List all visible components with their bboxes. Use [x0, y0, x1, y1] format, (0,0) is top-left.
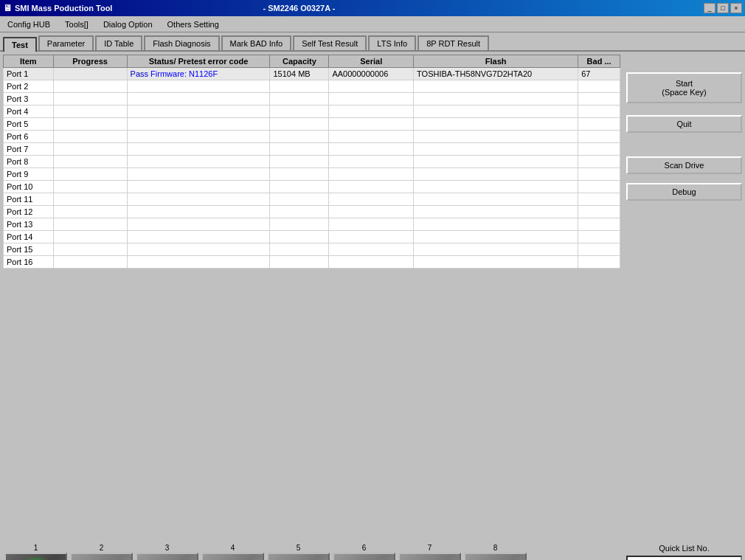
port-cell: 5N: [267, 544, 330, 560]
port-table: Item Progress Status/ Pretest error code…: [3, 55, 620, 269]
start-button[interactable]: Start (Space Key): [626, 72, 742, 103]
port-capacity: [270, 181, 329, 193]
port-flash: [414, 206, 578, 218]
table-row: Port 3: [4, 93, 620, 106]
port-status: [127, 80, 270, 93]
table-row: Port 5: [4, 118, 620, 131]
tab-8p-rdt-result[interactable]: 8P RDT Result: [417, 35, 489, 50]
port-status: [127, 218, 270, 231]
tab-lts-info[interactable]: LTS Info: [368, 35, 416, 50]
port-cell: 4N: [201, 544, 264, 560]
port-bad: [578, 181, 620, 193]
port-name: Port 2: [4, 80, 54, 93]
table-row: Port 1Pass Firmware: N1126F15104 MBAA000…: [4, 68, 620, 80]
minimize-button[interactable]: _: [704, 3, 715, 13]
port-cell: 6N: [333, 544, 395, 560]
port-icon-n[interactable]: N: [398, 553, 461, 560]
port-capacity: [270, 243, 329, 256]
port-name: Port 8: [4, 156, 54, 168]
port-flash: [414, 193, 578, 206]
table-row: Port 9: [4, 168, 620, 181]
table-row: Port 16: [4, 256, 620, 269]
port-progress: [53, 256, 127, 269]
port-serial: [329, 143, 414, 156]
quick-list-input[interactable]: [626, 556, 742, 560]
col-bad: Bad ...: [578, 55, 620, 68]
port-serial: [329, 156, 414, 168]
tab-self-test-result[interactable]: Self Test Result: [293, 35, 367, 50]
port-flash: [414, 143, 578, 156]
port-bad: [578, 106, 620, 118]
port-serial: [329, 181, 414, 193]
port-status: [127, 143, 270, 156]
port-bad: [578, 218, 620, 231]
port-icon-n[interactable]: N: [267, 553, 330, 560]
table-row: Port 7: [4, 143, 620, 156]
tab-test[interactable]: Test: [3, 37, 37, 52]
port-flash: TOSHIBA-TH58NVG7D2HTA20: [414, 68, 578, 80]
port-flash: [414, 93, 578, 106]
port-name: Port 3: [4, 93, 54, 106]
port-capacity: [270, 218, 329, 231]
port-name: Port 5: [4, 118, 54, 131]
port-capacity: [270, 118, 329, 131]
table-row: Port 8: [4, 156, 620, 168]
port-progress: [53, 156, 127, 168]
port-icon-n[interactable]: N: [464, 553, 527, 560]
menu-config-hub[interactable]: Config HUB: [3, 18, 55, 30]
col-capacity: Capacity: [270, 55, 329, 68]
port-bad: [578, 206, 620, 218]
quit-button[interactable]: Quit: [626, 115, 742, 133]
port-flash: [414, 131, 578, 143]
debug-button[interactable]: Debug: [626, 183, 742, 201]
port-status: [127, 131, 270, 143]
table-row: Port 11: [4, 193, 620, 206]
port-progress: [53, 143, 127, 156]
tab-mark-bad-info[interactable]: Mark BAD Info: [221, 35, 292, 50]
tab-id-table[interactable]: ID Table: [95, 35, 142, 50]
port-bad: 67: [578, 68, 620, 80]
port-icon-n[interactable]: N: [333, 553, 395, 560]
port-flash: [414, 80, 578, 93]
tab-parameter[interactable]: Parameter: [38, 35, 94, 50]
port-number: 5: [267, 544, 330, 552]
right-panel: Start (Space Key) Quit Scan Drive Debug: [623, 52, 745, 541]
port-capacity: [270, 106, 329, 118]
table-row: Port 4: [4, 106, 620, 118]
port-icon-n[interactable]: N: [201, 553, 264, 560]
maximize-button[interactable]: □: [717, 3, 729, 13]
port-number: 4: [201, 544, 264, 552]
port-cell: 3N: [136, 544, 198, 560]
port-name: Port 1: [4, 68, 54, 80]
port-serial: [329, 93, 414, 106]
ports-section: 12N3N4N5N6N7N8N 9N10N11N12N13N14N15N16N …: [0, 541, 745, 560]
port-serial: [329, 106, 414, 118]
port-status: [127, 156, 270, 168]
scan-drive-button[interactable]: Scan Drive: [626, 156, 742, 174]
port-name: Port 7: [4, 143, 54, 156]
menu-tools[interactable]: Tools[]: [60, 18, 93, 30]
port-capacity: [270, 143, 329, 156]
port-capacity: [270, 131, 329, 143]
menu-dialog-option[interactable]: Dialog Option: [99, 18, 157, 30]
app-icon: 🖥: [3, 3, 12, 13]
port-flash: [414, 256, 578, 269]
port-icon-circle[interactable]: [4, 553, 67, 560]
port-icon-n[interactable]: N: [70, 553, 133, 560]
port-progress: [53, 193, 127, 206]
port-progress: [53, 181, 127, 193]
tab-flash-diagnosis[interactable]: Flash Diagnosis: [144, 35, 219, 50]
port-name: Port 6: [4, 131, 54, 143]
main-content: Item Progress Status/ Pretest error code…: [0, 52, 745, 541]
close-button[interactable]: ×: [730, 3, 742, 13]
port-status: [127, 193, 270, 206]
port-progress: [53, 80, 127, 93]
port-number: 8: [464, 544, 527, 552]
port-name: Port 13: [4, 218, 54, 231]
menu-others-setting[interactable]: Others Setting: [163, 18, 224, 30]
port-serial: AA0000000006: [329, 68, 414, 80]
ports-row-1: 12N3N4N5N6N7N8N: [4, 544, 619, 560]
port-status: [127, 231, 270, 243]
port-cell: 8N: [464, 544, 527, 560]
port-icon-n[interactable]: N: [136, 553, 198, 560]
